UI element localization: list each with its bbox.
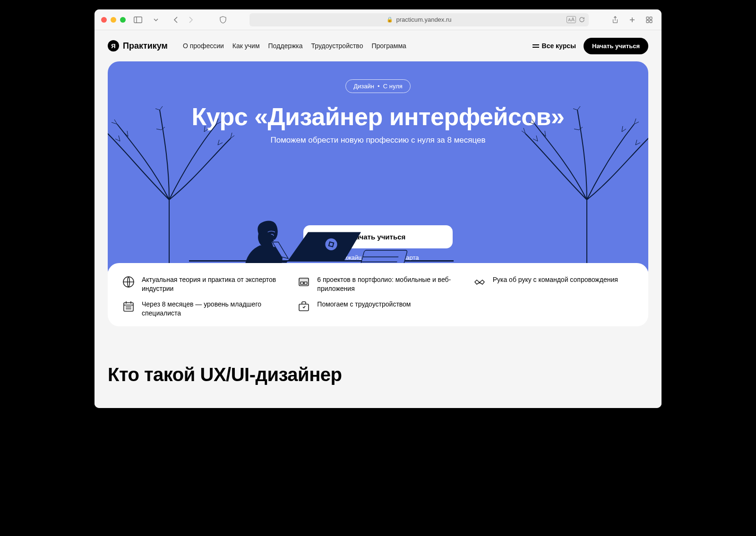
url-bar[interactable]: 🔒 practicum.yandex.ru ᴀA [249,13,589,26]
feature-text: Рука об руку с командой сопровождения [493,275,618,284]
browser-window: 🔒 practicum.yandex.ru ᴀA Я [94,9,662,408]
svg-rect-2 [646,17,649,19]
window-zoom-button[interactable] [120,17,126,23]
browser-title-bar: 🔒 practicum.yandex.ru ᴀA [94,9,662,30]
feature-text: Актуальная теория и практика от эксперто… [142,275,283,293]
svg-rect-16 [299,278,309,281]
forward-button[interactable] [185,14,197,26]
svg-rect-5 [650,20,652,23]
site-header: Я Практикум О профессии Как учим Поддерж… [94,30,662,61]
lock-icon: 🔒 [387,17,393,23]
hero-cta-button[interactable]: Начать учиться [303,225,453,248]
hero-subtitle: Поможем обрести новую профессию с нуля з… [117,136,639,145]
window-minimize-button[interactable] [111,17,116,23]
window-close-button[interactable] [101,17,107,23]
url-text: practicum.yandex.ru [396,16,451,23]
nav-link-support[interactable]: Поддержка [268,42,303,50]
svg-rect-17 [301,282,303,284]
handshake-icon [473,275,486,289]
portfolio-icon [297,275,310,289]
chip-level: С нуля [383,83,403,90]
sidebar-toggle-button[interactable] [132,14,144,26]
logo-badge: Я [108,40,119,51]
feature-item: Помогаем с трудоустройством [297,300,458,318]
hero-start-note: ближайший старт — 9 марта [117,254,639,261]
globe-icon [122,275,135,289]
tabs-overview-button[interactable] [644,14,655,26]
dropdown-chevron-icon[interactable] [150,14,162,26]
feature-item: Через 8 месяцев — уровень младшего специ… [122,300,283,318]
all-courses-link[interactable]: Все курсы [533,42,576,50]
nav-link-employment[interactable]: Трудоустройство [311,42,363,50]
calendar-icon [122,300,135,313]
site-logo[interactable]: Я Практикум [108,40,168,51]
page-content: Я Практикум О профессии Как учим Поддерж… [94,30,662,408]
svg-rect-18 [304,282,307,284]
all-courses-label: Все курсы [542,42,576,50]
burger-icon [533,44,539,48]
nav-link-program[interactable]: Программа [371,42,406,50]
new-tab-button[interactable] [627,14,638,26]
privacy-shield-icon[interactable] [217,14,229,26]
section-heading: Кто такой UX/UI-дизайнер [108,364,648,385]
primary-nav: О профессии Как учим Поддержка Трудоустр… [183,42,406,50]
chip-category: Дизайн [353,83,374,90]
reader-icon[interactable]: ᴀA [567,16,576,23]
window-controls [101,17,126,23]
nav-link-about[interactable]: О профессии [183,42,224,50]
feature-item: Рука об руку с командой сопровождения [473,275,634,293]
feature-text: Через 8 месяцев — уровень младшего специ… [142,300,283,318]
briefcase-icon [297,300,310,313]
hero-title: Курс «Дизайнер интерфейсов» [117,102,639,131]
hero-chip: Дизайн • С нуля [345,79,411,93]
features-card: Актуальная теория и практика от эксперто… [108,263,648,326]
svg-rect-4 [646,20,649,23]
share-button[interactable] [610,14,621,26]
nav-link-learning[interactable]: Как учим [232,42,260,50]
logo-text: Практикум [123,41,168,51]
feature-text: Помогаем с трудоустройством [317,300,411,309]
reload-button[interactable] [579,17,585,23]
feature-text: 6 проектов в портфолио: мобильные и веб-… [317,275,458,293]
hero-banner: Дизайн • С нуля Курс «Дизайнер интерфейс… [108,61,648,280]
svg-rect-3 [650,17,652,19]
back-button[interactable] [170,14,181,26]
header-cta-button[interactable]: Начать учиться [584,38,648,54]
svg-rect-0 [134,17,142,23]
feature-item: Актуальная теория и практика от эксперто… [122,275,283,293]
feature-item: 6 проектов в портфолио: мобильные и веб-… [297,275,458,293]
